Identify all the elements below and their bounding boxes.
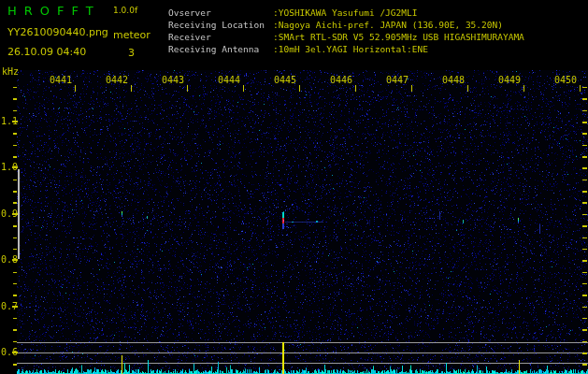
info-label: Receiver [168,31,273,43]
right-edge-tick [582,341,587,343]
right-edge-tick [582,352,587,354]
y-tick-label: 0.7 [1,301,12,311]
y-tick-label: 0.9 [1,209,12,219]
y-tick-label: 0.6 [1,347,12,357]
x-tick-label: 0445 [266,75,296,85]
y-minor-tick [13,110,17,112]
x-tick-label: 0447 [379,75,409,85]
x-tick-mark [580,85,581,92]
x-tick-label: 0449 [491,75,521,85]
y-minor-tick [13,87,17,89]
right-edge-tick [582,272,587,274]
x-tick-label: 0450 [547,75,577,85]
right-edge-tick [582,295,587,296]
right-edge-tick [582,318,587,320]
info-value: :SMArt RTL-SDR V5 52.905MHz USB HIGASHIM… [273,31,524,43]
x-tick-mark [243,85,244,92]
y-minor-tick [13,295,17,296]
meteor-count: 3 [128,47,135,59]
y-minor-tick [13,249,17,251]
right-edge-tick [582,87,587,89]
x-tick-mark [75,85,76,92]
y-major-tick [12,306,18,308]
y-tick-label: 1.0 [1,162,12,172]
info-label: Receiving Location [168,19,273,31]
y-minor-tick [13,98,17,100]
info-label: Receiving Antenna [168,43,273,55]
right-edge-tick [582,364,587,366]
right-edge-tick [582,260,587,262]
x-tick-label: 0442 [98,75,128,85]
right-edge-tick [582,156,587,158]
x-tick-label: 0448 [435,75,465,85]
y-minor-tick [13,364,17,366]
right-edge-tick [582,167,587,169]
x-tick-mark [299,85,300,92]
y-tick-label: 0.8 [1,254,12,265]
x-tick-mark [131,85,132,92]
info-row: Receiving Location:Nagoya Aichi-pref. JA… [168,19,524,31]
info-row: Ovserver:YOSHIKAWA Yasufumi /JG2MLI [168,7,524,19]
right-edge-tick [582,237,587,239]
x-tick-mark [355,85,356,92]
right-edge-tick [582,133,587,135]
x-tick-label: 0443 [154,75,184,85]
y-major-tick [12,213,18,215]
info-row: Receiver:SMArt RTL-SDR V5 52.905MHz USB … [168,31,524,43]
y-minor-tick [13,283,17,285]
x-tick-mark [523,85,524,92]
datetime-label: 26.10.09 04:40 [7,46,86,58]
x-tick-mark [467,85,468,92]
right-edge-tick [582,225,587,227]
app-title: HROFFT [7,4,101,18]
y-minor-tick [13,225,17,227]
info-value: :Nagoya Aichi-pref. JAPAN (136.90E, 35.2… [273,19,503,31]
x-tick-mark [411,85,412,92]
right-edge-tick [582,191,587,193]
right-edge-tick [582,145,587,147]
right-edge-tick [582,122,587,123]
mode-label: meteor [113,29,151,41]
y-minor-tick [13,329,17,331]
x-tick-label: 0444 [210,75,240,85]
output-filename: YY2610090440.png [7,26,108,38]
info-label: Ovserver [168,7,273,19]
version-label: 1.0.0f [113,6,137,15]
y-tick-label: 1.1 [1,116,12,126]
info-value: :10mH 3el.YAGI Horizontal:ENE [273,43,428,55]
right-edge-tick [582,283,587,285]
y-minor-tick [13,156,17,158]
y-major-tick [12,352,18,353]
receiver-info-block: Ovserver:YOSHIKAWA Yasufumi /JG2MLIRecei… [168,7,524,55]
y-minor-tick [13,318,17,320]
y-minor-tick [13,133,17,135]
y-minor-tick [13,191,17,193]
right-edge-tick [582,98,587,100]
y-axis-unit-label: kHz [2,66,19,77]
y-major-tick [12,121,18,122]
x-tick-label: 0446 [323,75,352,85]
y-minor-tick [13,180,17,181]
right-edge-tick [582,214,587,216]
y-minor-tick [13,145,17,147]
y-minor-tick [13,202,17,204]
right-edge-tick [582,329,587,331]
right-edge-tick [582,202,587,204]
y-minor-tick [13,237,17,239]
right-edge-tick [582,249,587,251]
y-major-tick [12,166,18,168]
right-edge-tick [582,180,587,181]
y-minor-tick [13,272,17,274]
hrofft-screenshot: HROFFT 1.0.0f YY2610090440.png meteor 26… [0,0,588,374]
spectrogram-canvas [0,0,588,374]
right-edge-tick [582,110,587,112]
y-minor-tick [13,341,17,343]
info-value: :YOSHIKAWA Yasufumi /JG2MLI [273,7,417,19]
x-tick-label: 0441 [42,75,72,85]
right-edge-tick [582,307,587,309]
x-tick-mark [187,85,188,92]
y-major-tick [12,259,18,261]
info-row: Receiving Antenna:10mH 3el.YAGI Horizont… [168,43,524,55]
